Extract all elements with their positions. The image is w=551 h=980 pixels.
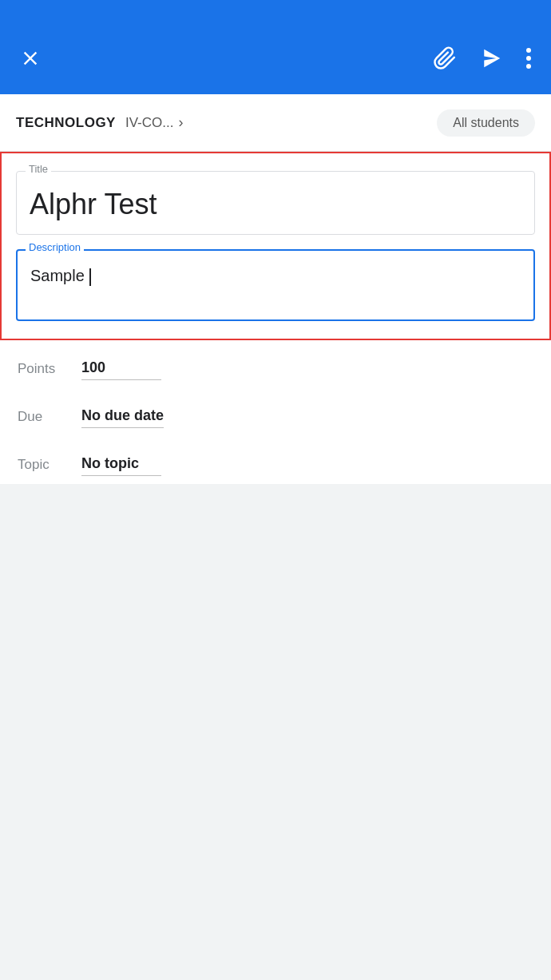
title-label: Title: [26, 163, 51, 175]
points-value[interactable]: 100: [81, 359, 161, 380]
app-bar: [0, 22, 551, 94]
topic-value[interactable]: No topic: [81, 455, 161, 476]
main-content: Title Alphr Test Description Sample: [0, 152, 551, 340]
svg-point-3: [526, 64, 531, 69]
attach-button[interactable]: [433, 46, 457, 70]
status-bar: [0, 0, 551, 22]
class-name: TECHNOLOGY: [16, 115, 116, 131]
points-row: Points 100: [18, 340, 533, 388]
due-row: Due No due date: [18, 388, 533, 436]
title-field-group: Title Alphr Test: [16, 171, 535, 235]
description-field-group: Description Sample: [16, 249, 535, 321]
title-value: Alphr Test: [30, 188, 157, 220]
breadcrumb-bar: TECHNOLOGY IV-CO... › All students: [0, 94, 551, 152]
svg-point-2: [526, 56, 531, 61]
topic-row: Topic No topic: [18, 436, 533, 484]
text-cursor: [89, 268, 91, 286]
topic-label: Topic: [18, 455, 81, 473]
section-name: IV-CO...: [125, 115, 173, 131]
description-value: Sample: [30, 267, 85, 284]
description-input[interactable]: Sample: [16, 249, 535, 321]
title-input[interactable]: Alphr Test: [16, 171, 535, 235]
form-fields: Points 100 Due No due date Topic No topi…: [0, 340, 551, 484]
description-label: Description: [26, 241, 84, 253]
points-label: Points: [18, 359, 81, 377]
more-options-button[interactable]: [525, 46, 532, 70]
svg-point-1: [526, 48, 531, 53]
breadcrumb-arrow-icon: ›: [178, 114, 183, 131]
students-selector[interactable]: All students: [437, 109, 535, 137]
send-button[interactable]: [479, 46, 503, 70]
svg-marker-0: [484, 50, 500, 68]
due-value[interactable]: No due date: [81, 407, 164, 428]
close-button[interactable]: [19, 47, 42, 69]
due-label: Due: [18, 407, 81, 425]
